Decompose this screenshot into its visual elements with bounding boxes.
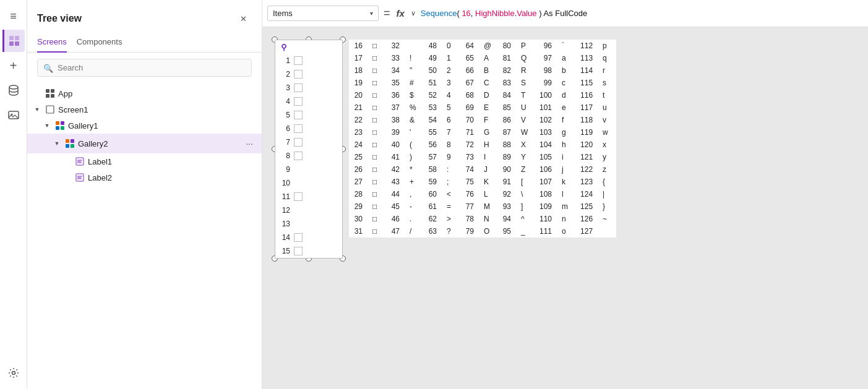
ascii-char-4-1: $ — [405, 89, 423, 101]
gallery-row-0: ⚲ — [275, 40, 342, 54]
gallery-row-1: 1 — [275, 54, 342, 67]
content-area: ⚲ 1 2 3 4 — [275, 40, 616, 259]
ascii-num-15-6: 127 — [575, 225, 598, 237]
ascii-num-5-0: 21 — [349, 101, 367, 114]
ascii-num-8-4: 88 — [497, 139, 516, 151]
ascii-char-4-4: T — [516, 89, 535, 101]
ascii-num-12-3: 76 — [460, 188, 479, 200]
formula-name-box[interactable]: Items ▾ — [267, 6, 379, 21]
ascii-char-15-5: o — [557, 225, 575, 237]
gallery-row-15: 15 — [275, 244, 342, 258]
svg-rect-12 — [46, 106, 54, 113]
ascii-num-15-1: 47 — [386, 225, 405, 237]
ascii-char-3-0: □ — [367, 77, 386, 89]
ascii-num-5-1: 37 — [386, 101, 405, 114]
tab-screens[interactable]: Screens — [37, 32, 67, 53]
ascii-char-10-0: □ — [367, 163, 386, 176]
tree-close-button[interactable]: ✕ — [234, 10, 252, 27]
ascii-char-4-0: □ — [367, 89, 386, 101]
ascii-char-4-5: d — [557, 89, 575, 101]
formula-input-display[interactable]: Sequence( 16, HighNibble.Value ) As Full… — [421, 9, 863, 18]
ascii-char-9-5: i — [557, 151, 575, 163]
gallery-row-6: 6 — [275, 122, 342, 135]
ascii-char-1-3: A — [479, 52, 497, 64]
ascii-char-14-5: n — [557, 213, 575, 225]
ascii-num-14-3: 78 — [460, 213, 479, 225]
gallery-frame[interactable]: ⚲ 1 2 3 4 — [275, 40, 343, 259]
ascii-num-13-4: 93 — [497, 200, 516, 213]
ascii-row-6: 22□38&54670F86V102f118v — [349, 114, 616, 126]
expand-gallery2[interactable]: ▼ — [52, 139, 62, 148]
ascii-num-4-4: 84 — [497, 89, 516, 101]
ascii-char-9-2: 9 — [442, 151, 460, 163]
ascii-char-1-2: 1 — [442, 52, 460, 64]
gallery2-more-button[interactable]: ··· — [242, 136, 257, 151]
ascii-char-1-5: a — [557, 52, 575, 64]
ascii-char-2-3: B — [479, 64, 497, 77]
canvas-area[interactable]: ⚲ 1 2 3 4 — [262, 27, 868, 389]
expand-gallery1[interactable]: ▼ — [42, 121, 52, 130]
tree-body: App ▼ Screen1 ▼ Gallery1 — [27, 83, 262, 389]
ascii-char-14-0: □ — [367, 213, 386, 225]
ascii-char-10-4: Z — [516, 163, 535, 176]
ascii-char-11-5: k — [557, 176, 575, 188]
tree-item-gallery1[interactable]: ▼ Gallery1 — [27, 118, 262, 134]
ascii-num-11-3: 75 — [460, 176, 479, 188]
tree-search-container: 🔍 — [37, 59, 252, 77]
tree-tabs: Screens Components — [27, 32, 262, 53]
tree-item-screen1[interactable]: ▼ Screen1 — [27, 101, 262, 118]
formula-name-dropdown-icon[interactable]: ▾ — [370, 10, 373, 17]
ascii-char-12-5: l — [557, 188, 575, 200]
ascii-row-11: 27□43+59;75K91[107k123{ — [349, 176, 616, 188]
tree-item-gallery2[interactable]: ▼ Gallery2 ··· — [27, 134, 262, 153]
search-input[interactable] — [37, 59, 252, 77]
gallery-frame-wrapper: ⚲ 1 2 3 4 — [275, 40, 343, 259]
ascii-num-7-4: 87 — [497, 126, 516, 139]
ascii-char-9-4: Y — [516, 151, 535, 163]
ascii-char-5-3: E — [479, 101, 497, 114]
svg-rect-1 — [15, 36, 19, 40]
tab-components[interactable]: Components — [77, 32, 122, 53]
expand-app[interactable] — [32, 88, 42, 98]
ascii-num-6-1: 38 — [386, 114, 405, 126]
ascii-char-6-2: 6 — [442, 114, 460, 126]
gallery-row-4: 4 — [275, 95, 342, 108]
ascii-num-3-0: 19 — [349, 77, 367, 89]
formula-comma: , — [471, 9, 475, 18]
formula-name-text: Items — [273, 9, 367, 18]
tree-item-label2[interactable]: Label2 — [27, 169, 262, 186]
ascii-num-0-0: 16 — [349, 40, 367, 52]
ascii-char-2-4: R — [516, 64, 535, 77]
ascii-num-12-1: 44 — [386, 188, 405, 200]
ascii-row-7: 23□39'55771G87W103g119w — [349, 126, 616, 139]
ascii-row-5: 21□37%53569E85U101e117u — [349, 101, 616, 114]
expand-screen1[interactable]: ▼ — [32, 105, 42, 114]
settings-icon[interactable] — [2, 362, 25, 384]
ascii-char-13-0: □ — [367, 200, 386, 213]
ascii-num-8-1: 40 — [386, 139, 405, 151]
ascii-num-10-0: 26 — [349, 163, 367, 176]
gallery-row-9: 9 — [275, 163, 342, 176]
tree-view-icon[interactable] — [2, 30, 25, 52]
ascii-char-1-6: q — [598, 52, 616, 64]
add-icon[interactable]: + — [2, 54, 25, 77]
svg-rect-19 — [66, 144, 69, 148]
main-area: Items ▾ = fx ∨ Sequence( 16, HighNibble.… — [262, 0, 868, 389]
formula-expand-button[interactable]: ∨ — [408, 9, 418, 17]
ascii-char-7-2: 7 — [442, 126, 460, 139]
data-icon[interactable] — [2, 79, 25, 101]
formula-highnibble: HighNibble — [475, 9, 515, 18]
label1-label: Label1 — [88, 157, 257, 166]
media-icon[interactable] — [2, 104, 25, 126]
tree-item-app[interactable]: App — [27, 85, 262, 101]
ascii-char-3-2: 3 — [442, 77, 460, 89]
tree-item-label1[interactable]: Label1 — [27, 153, 262, 169]
ascii-num-2-3: 66 — [460, 64, 479, 77]
formula-kw-sequence: Sequence — [421, 9, 457, 18]
svg-rect-13 — [56, 121, 59, 125]
ascii-char-12-6: | — [598, 188, 616, 200]
ascii-num-13-0: 29 — [349, 200, 367, 213]
ascii-char-6-4: V — [516, 114, 535, 126]
menu-icon[interactable]: ≡ — [2, 5, 25, 27]
expand-label1 — [62, 156, 72, 166]
